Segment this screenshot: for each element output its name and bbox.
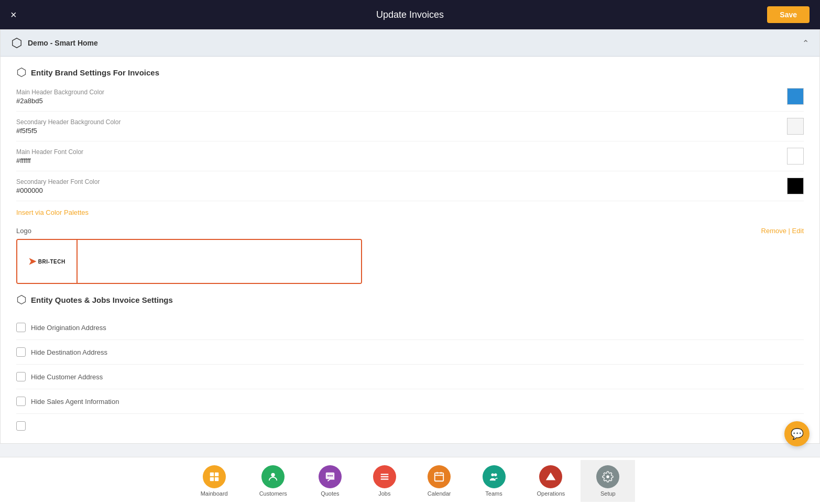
secondary-header-font-swatch[interactable]	[787, 178, 804, 194]
section-header-left: Demo - Smart Home	[11, 37, 98, 49]
chevron-up-icon[interactable]: ⌃	[802, 38, 809, 48]
settings-hex-icon	[16, 67, 27, 78]
color-fields: Main Header Background Color #2a8bd5 Sec…	[16, 88, 804, 201]
hide-extra-checkbox[interactable]	[16, 421, 26, 431]
main-header-font-color-field: Main Header Font Color #ffffff	[16, 148, 804, 171]
calendar-icon	[428, 465, 451, 488]
hide-customer-checkbox[interactable]	[16, 372, 26, 381]
main-header-bg-value: #2a8bd5	[16, 97, 787, 105]
main-header-font-label: Main Header Font Color	[16, 148, 787, 156]
main-header-bg-swatch[interactable]	[787, 88, 804, 105]
hide-origination-field: Hide Origination Address	[16, 315, 804, 340]
secondary-header-font-label: Secondary Header Font Color	[16, 178, 787, 185]
hide-sales-agent-checkbox[interactable]	[16, 397, 26, 406]
chat-bubble[interactable]: 💬	[784, 421, 810, 446]
nav-item-operations[interactable]: Operations	[521, 460, 581, 502]
logo-image-area: ➤ BRI-TECH	[17, 240, 78, 283]
nav-label-quotes: Quotes	[321, 490, 339, 497]
logo-header: Logo Remove | Edit	[16, 227, 804, 235]
svg-point-24	[607, 475, 610, 478]
secondary-header-bg-value: #f5f5f5	[16, 127, 787, 135]
hide-sales-agent-label: Hide Sales Agent Information	[31, 398, 119, 406]
save-button[interactable]: Save	[767, 6, 810, 23]
svg-point-11	[327, 475, 329, 476]
main-header-font-value: #ffffff	[16, 157, 787, 165]
close-button[interactable]: ×	[10, 9, 17, 21]
nav-item-teams[interactable]: Teams	[467, 460, 521, 502]
setup-icon	[596, 465, 619, 488]
logo-separator: |	[789, 227, 792, 235]
insert-palette-link[interactable]: Insert via Color Palettes	[16, 209, 89, 216]
svg-point-12	[329, 475, 331, 476]
nav-item-calendar[interactable]: Calendar	[412, 460, 467, 502]
svg-rect-5	[210, 472, 213, 476]
main-header-bg-label: Main Header Background Color	[16, 89, 787, 96]
nav-item-customers[interactable]: Customers	[244, 460, 303, 502]
hide-sales-agent-field: Hide Sales Agent Information	[16, 389, 804, 414]
secondary-header-bg-color-field: Secondary Header Background Color #f5f5f…	[16, 118, 804, 141]
page-title: Update Invoices	[376, 9, 444, 20]
logo-label: Logo	[16, 227, 31, 235]
svg-point-9	[271, 473, 275, 476]
secondary-header-bg-label: Secondary Header Background Color	[16, 118, 787, 126]
svg-rect-17	[435, 473, 444, 481]
hide-extra-field	[16, 414, 804, 433]
mainboard-icon	[203, 465, 226, 488]
nav-item-jobs[interactable]: Jobs	[357, 460, 412, 502]
svg-marker-23	[546, 472, 555, 480]
nav-label-calendar: Calendar	[428, 490, 451, 497]
logo-remove-button[interactable]: Remove	[761, 227, 786, 235]
jobs-icon	[373, 465, 396, 488]
hide-destination-label: Hide Destination Address	[31, 348, 107, 356]
secondary-header-bg-swatch[interactable]	[787, 118, 804, 135]
hide-destination-field: Hide Destination Address	[16, 340, 804, 365]
top-header: × Update Invoices Save	[0, 0, 820, 29]
chat-icon: 💬	[791, 428, 804, 440]
nav-item-mainboard[interactable]: Mainboard	[185, 460, 244, 502]
main-header-bg-color-field: Main Header Background Color #2a8bd5	[16, 88, 804, 112]
quotes-jobs-section: Entity Quotes & Jobs Invoice Settings	[16, 294, 804, 305]
secondary-header-font-color-field: Secondary Header Font Color #000000	[16, 178, 804, 201]
svg-point-13	[331, 475, 333, 476]
hex-icon	[11, 37, 23, 49]
nav-label-jobs: Jobs	[378, 490, 390, 497]
logo-placeholder	[78, 240, 361, 283]
main-content: Demo - Smart Home ⌃ Entity Brand Setting…	[0, 29, 820, 457]
nav-item-quotes[interactable]: Quotes	[303, 460, 357, 502]
quotes-icon	[319, 465, 342, 488]
logo-actions: Remove | Edit	[761, 227, 804, 235]
section-header[interactable]: Demo - Smart Home ⌃	[1, 30, 819, 57]
logo-edit-button[interactable]: Edit	[792, 227, 804, 235]
secondary-header-font-value: #000000	[16, 187, 787, 194]
form-content: Entity Brand Settings For Invoices Main …	[1, 57, 819, 443]
svg-rect-7	[210, 477, 213, 480]
bottom-nav: Mainboard Customers Quotes Jobs	[0, 457, 820, 504]
nav-label-customers: Customers	[259, 490, 287, 497]
hide-origination-label: Hide Origination Address	[31, 324, 106, 332]
quotes-jobs-title: Entity Quotes & Jobs Invoice Settings	[31, 295, 173, 304]
teams-icon	[483, 465, 506, 488]
customers-icon	[261, 465, 285, 488]
svg-marker-1	[18, 68, 26, 77]
quotes-jobs-hex-icon	[16, 294, 27, 305]
britech-logo: ➤ BRI-TECH	[28, 256, 65, 267]
svg-marker-2	[18, 295, 26, 304]
britech-text: BRI-TECH	[38, 259, 65, 265]
svg-point-21	[491, 473, 494, 476]
hide-origination-checkbox[interactable]	[16, 323, 26, 332]
brand-settings-title: Entity Brand Settings For Invoices	[31, 68, 159, 77]
main-header-font-swatch[interactable]	[787, 148, 804, 165]
brand-settings-label: Entity Brand Settings For Invoices	[16, 67, 804, 78]
britech-arrow-icon: ➤	[28, 256, 36, 267]
svg-marker-0	[13, 38, 21, 48]
logo-section: Logo Remove | Edit ➤ BRI-TECH	[16, 227, 804, 284]
nav-label-operations: Operations	[537, 490, 565, 497]
logo-container[interactable]: ➤ BRI-TECH	[16, 239, 362, 284]
entity-name: Demo - Smart Home	[28, 39, 98, 47]
hide-customer-field: Hide Customer Address	[16, 365, 804, 389]
hide-destination-checkbox[interactable]	[16, 347, 26, 357]
svg-point-22	[494, 473, 497, 476]
svg-rect-6	[215, 472, 218, 476]
nav-label-setup: Setup	[600, 490, 616, 497]
nav-item-setup[interactable]: Setup	[581, 460, 635, 502]
